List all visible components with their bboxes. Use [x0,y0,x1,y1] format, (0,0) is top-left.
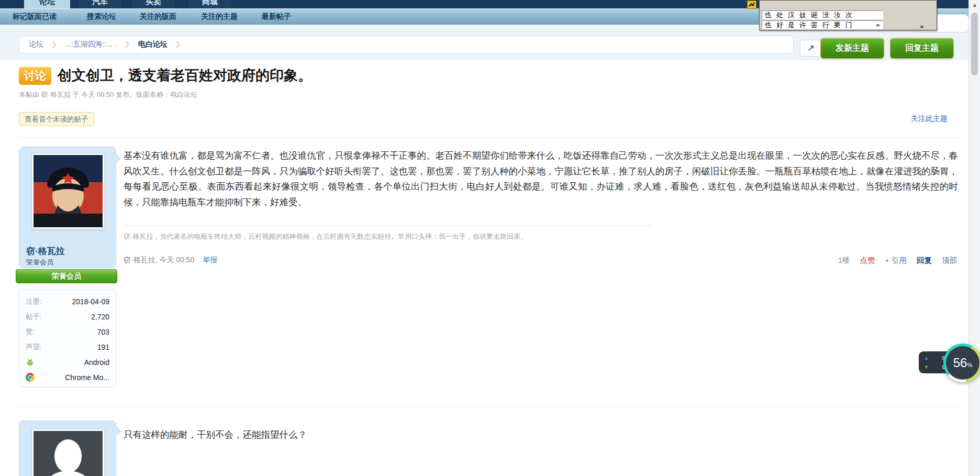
post2-content: 只有这样的能耐，干别不会，还能指望什么？ [124,427,958,443]
ime-panel-more[interactable]: » [920,23,924,30]
post1-signature: 窃·格瓦拉，当代著名的电瓶车终结大师，云村视频的精神领袖，在云村拥有无数忠实粉丝… [124,232,888,241]
thread-tag-badge: 讨论 [19,67,51,85]
chevron-right-icon [52,40,57,49]
default-avatar-image [34,431,103,476]
stat-likes: 赞: 703 [26,324,109,339]
first-unread-button[interactable]: 查看首个未读的贴子 [19,112,94,126]
tab-mall[interactable]: 商城 [188,0,231,8]
report-link[interactable]: 举报 [203,256,217,264]
follow-thread-link[interactable]: 关注此主题 [911,114,948,124]
tab-cars[interactable]: 汽车 [79,0,121,8]
nav-mark-read[interactable]: 标记版面已读 [13,12,57,21]
quote-link[interactable]: + 引用 [885,256,907,265]
post-divider [19,406,961,407]
ime-candidates-row2[interactable]: 也好是许罢行要门» [762,20,883,29]
stat-browser: Chrome Mo... [26,370,109,385]
section-divider [19,137,961,138]
stat-posts: 帖子: 2,720 [26,309,109,324]
scrollbar-thumb[interactable] [971,13,978,75]
che-guevara-avatar-image [34,155,103,227]
floor-number: 1楼 [838,256,850,265]
tab-market[interactable]: 买卖 [132,0,175,8]
post1-author-time: 窃·格瓦拉, 今天 00:50 [124,256,194,264]
upload-arrow-icon: ▲ [924,356,929,361]
android-icon [26,358,35,367]
chevron-right-icon [125,40,130,49]
nav-latest-posts[interactable]: 最新帖子 [262,12,291,21]
nav-search-forum[interactable]: 搜索论坛 [87,12,116,21]
scrollbar-up-arrow-icon[interactable]: ▲ [969,2,980,10]
thread-title: 创文创卫，透支着老百姓对政府的印象。 [58,66,312,85]
open-external-icon[interactable]: ↗ [800,40,822,57]
progress-circle-widget[interactable]: 56 % [943,344,980,382]
post1-member-title: 荣誉会员 [26,258,53,267]
post1-footer-actions: 1楼 点赞 + 引用 回复 顶部 [838,256,957,265]
stat-os: Android [26,355,109,370]
post1-content: 基本没有谁仇富，都是骂为富不仁者。也没谁仇官，只恨拿俸禄不干正事的。老百姓不期望… [124,148,958,210]
breadcrumb-current-board[interactable]: 电白论坛 [138,40,168,49]
like-link[interactable]: 点赞 [860,256,875,265]
ime-logo-icon[interactable] [747,1,756,9]
chrome-icon [26,373,35,382]
new-topic-button[interactable]: 发新主题 [820,38,884,59]
tab-forum[interactable]: 论坛 [24,0,70,8]
breadcrumb: 论坛 ...:五湖四海::... . 电白论坛 [19,36,794,53]
forum-thread-page: 论坛 汽车 买卖 商城 标记版面已读 搜索论坛 关注的版面 关注的主题 最新帖子… [0,0,980,476]
signature-divider [124,225,652,226]
ime-row2-more: » [876,21,880,29]
stat-registered: 注册: 2018-04-09 [26,294,109,309]
reply-link[interactable]: 回复 [917,256,932,265]
top-link[interactable]: 顶部 [942,256,957,265]
ime-candidates-row1[interactable]: 也处汉妓诞没汝次 [762,10,883,19]
progress-circle-label: 56 % [946,346,979,380]
post2-avatar[interactable] [31,429,105,476]
post1-username[interactable]: 窃·格瓦拉 [26,245,65,257]
page-scrollbar[interactable]: ▲ [968,0,980,476]
post1-footer-left: 窃·格瓦拉, 今天 00:50举报 [124,256,217,265]
nav-watched-boards[interactable]: 关注的版面 [140,12,176,21]
chevron-right-icon [176,40,181,49]
post1-member-badge: 荣誉会员 [16,269,117,283]
stat-reputation: 声望: 191 [26,339,109,355]
nav-watched-topics[interactable]: 关注的主题 [201,12,238,21]
post1-stats-panel: 注册: 2018-04-09 帖子: 2,720 赞: 703 声望: 191 [19,289,116,388]
post1-avatar[interactable] [31,153,105,229]
breadcrumb-category[interactable]: ...:五湖四海::... . [65,40,117,49]
breadcrumb-forum[interactable]: 论坛 [29,40,43,49]
thread-meta: 本帖由 窃·格瓦拉 于 今天 00:50 发布。版面名称：电白论坛 [19,90,197,99]
download-arrow-icon: ▼ [924,364,929,370]
reply-topic-button[interactable]: 回复主题 [890,38,954,59]
